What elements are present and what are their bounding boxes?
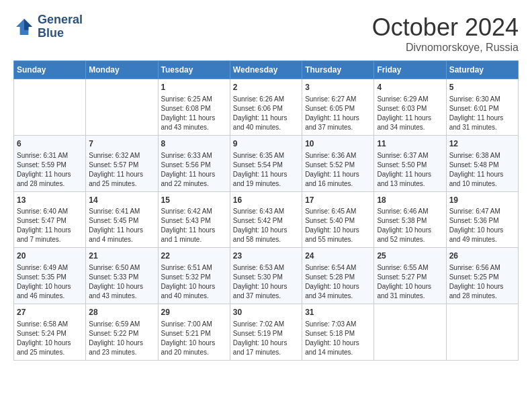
day-info: Sunrise: 7:03 AMSunset: 5:18 PMDaylight:… [305, 320, 371, 357]
day-cell: 26Sunrise: 6:56 AMSunset: 5:25 PMDayligh… [446, 248, 518, 304]
day-cell: 23Sunrise: 6:53 AMSunset: 5:30 PMDayligh… [230, 248, 302, 304]
day-info: Sunrise: 6:33 AMSunset: 5:56 PMDaylight:… [161, 151, 227, 189]
day-number: 18 [377, 195, 443, 206]
day-info: Sunrise: 6:56 AMSunset: 5:25 PMDaylight:… [449, 263, 515, 301]
day-cell: 5Sunrise: 6:30 AMSunset: 6:01 PMDaylight… [446, 79, 518, 136]
day-number: 5 [449, 82, 515, 93]
day-cell: 30Sunrise: 7:02 AMSunset: 5:19 PMDayligh… [230, 304, 302, 361]
day-cell: 9Sunrise: 6:35 AMSunset: 5:54 PMDaylight… [230, 135, 302, 191]
day-cell: 3Sunrise: 6:27 AMSunset: 6:05 PMDaylight… [302, 79, 374, 136]
day-info: Sunrise: 6:37 AMSunset: 5:50 PMDaylight:… [377, 151, 443, 189]
week-row-1: 1Sunrise: 6:25 AMSunset: 6:08 PMDaylight… [14, 79, 519, 136]
day-number: 10 [305, 138, 371, 150]
day-cell: 25Sunrise: 6:55 AMSunset: 5:27 PMDayligh… [374, 248, 446, 304]
weekday-header-saturday: Saturday [446, 61, 518, 79]
day-cell: 1Sunrise: 6:25 AMSunset: 6:08 PMDaylight… [158, 79, 230, 136]
day-number: 23 [233, 250, 299, 262]
day-info: Sunrise: 6:35 AMSunset: 5:54 PMDaylight:… [233, 151, 299, 189]
day-number: 25 [377, 250, 443, 262]
day-info: Sunrise: 6:27 AMSunset: 6:05 PMDaylight:… [305, 95, 371, 132]
weekday-header-monday: Monday [86, 61, 158, 79]
day-number: 9 [233, 138, 299, 150]
day-number: 1 [161, 82, 227, 93]
day-cell: 28Sunrise: 6:59 AMSunset: 5:22 PMDayligh… [86, 304, 158, 361]
week-row-3: 13Sunrise: 6:40 AMSunset: 5:47 PMDayligh… [14, 191, 519, 248]
day-cell: 4Sunrise: 6:29 AMSunset: 6:03 PMDaylight… [374, 79, 446, 136]
day-cell: 13Sunrise: 6:40 AMSunset: 5:47 PMDayligh… [14, 191, 86, 248]
day-cell: 7Sunrise: 6:32 AMSunset: 5:57 PMDaylight… [86, 135, 158, 191]
day-info: Sunrise: 6:49 AMSunset: 5:35 PMDaylight:… [17, 263, 83, 301]
day-cell: 14Sunrise: 6:41 AMSunset: 5:45 PMDayligh… [86, 191, 158, 248]
day-cell: 27Sunrise: 6:58 AMSunset: 5:24 PMDayligh… [14, 304, 86, 361]
day-info: Sunrise: 6:26 AMSunset: 6:06 PMDaylight:… [233, 95, 299, 132]
weekday-header-sunday: Sunday [14, 61, 86, 79]
logo: General Blue [13, 13, 83, 40]
calendar-table: SundayMondayTuesdayWednesdayThursdayFrid… [13, 60, 519, 361]
day-info: Sunrise: 7:00 AMSunset: 5:21 PMDaylight:… [161, 320, 227, 357]
day-cell: 20Sunrise: 6:49 AMSunset: 5:35 PMDayligh… [14, 248, 86, 304]
logo-text: General Blue [38, 13, 83, 40]
day-number: 22 [161, 250, 227, 262]
day-info: Sunrise: 6:38 AMSunset: 5:48 PMDaylight:… [449, 151, 515, 189]
day-number: 24 [305, 250, 371, 262]
day-number: 17 [305, 195, 371, 206]
weekday-header-friday: Friday [374, 61, 446, 79]
day-cell: 8Sunrise: 6:33 AMSunset: 5:56 PMDaylight… [158, 135, 230, 191]
day-info: Sunrise: 6:47 AMSunset: 5:36 PMDaylight:… [449, 207, 515, 244]
day-cell: 17Sunrise: 6:45 AMSunset: 5:40 PMDayligh… [302, 191, 374, 248]
location: Divnomorskoye, Russia [372, 42, 519, 54]
day-cell: 16Sunrise: 6:43 AMSunset: 5:42 PMDayligh… [230, 191, 302, 248]
day-cell: 19Sunrise: 6:47 AMSunset: 5:36 PMDayligh… [446, 191, 518, 248]
day-number: 4 [377, 82, 443, 93]
day-info: Sunrise: 7:02 AMSunset: 5:19 PMDaylight:… [233, 320, 299, 357]
day-info: Sunrise: 6:42 AMSunset: 5:43 PMDaylight:… [161, 207, 227, 244]
day-number: 16 [233, 195, 299, 206]
day-info: Sunrise: 6:25 AMSunset: 6:08 PMDaylight:… [161, 95, 227, 132]
day-number: 8 [161, 138, 227, 150]
day-number: 14 [89, 195, 154, 206]
day-info: Sunrise: 6:30 AMSunset: 6:01 PMDaylight:… [449, 95, 515, 132]
logo-line1: General [38, 13, 83, 27]
day-info: Sunrise: 6:29 AMSunset: 6:03 PMDaylight:… [377, 95, 443, 132]
day-number: 26 [449, 250, 515, 262]
day-cell: 18Sunrise: 6:46 AMSunset: 5:38 PMDayligh… [374, 191, 446, 248]
day-number: 12 [449, 138, 515, 150]
day-info: Sunrise: 6:43 AMSunset: 5:42 PMDaylight:… [233, 207, 299, 244]
day-number: 21 [89, 250, 154, 262]
day-cell: 31Sunrise: 7:03 AMSunset: 5:18 PMDayligh… [302, 304, 374, 361]
weekday-header-row: SundayMondayTuesdayWednesdayThursdayFrid… [14, 61, 519, 79]
page-header: General Blue October 2024 Divnomorskoye,… [13, 13, 519, 54]
logo-icon [13, 16, 35, 38]
day-cell: 29Sunrise: 7:00 AMSunset: 5:21 PMDayligh… [158, 304, 230, 361]
day-number: 6 [17, 138, 83, 150]
month-title: October 2024 [372, 13, 519, 42]
day-number: 28 [89, 307, 154, 318]
day-info: Sunrise: 6:59 AMSunset: 5:22 PMDaylight:… [89, 320, 154, 357]
day-info: Sunrise: 6:40 AMSunset: 5:47 PMDaylight:… [17, 207, 83, 244]
day-info: Sunrise: 6:45 AMSunset: 5:40 PMDaylight:… [305, 207, 371, 244]
day-number: 3 [305, 82, 371, 93]
logo-line2: Blue [38, 27, 83, 40]
day-cell: 6Sunrise: 6:31 AMSunset: 5:59 PMDaylight… [14, 135, 86, 191]
weekday-header-wednesday: Wednesday [230, 61, 302, 79]
day-info: Sunrise: 6:53 AMSunset: 5:30 PMDaylight:… [233, 263, 299, 301]
week-row-5: 27Sunrise: 6:58 AMSunset: 5:24 PMDayligh… [14, 304, 519, 361]
day-cell [86, 79, 158, 136]
weekday-header-tuesday: Tuesday [158, 61, 230, 79]
day-number: 2 [233, 82, 299, 93]
day-info: Sunrise: 6:51 AMSunset: 5:32 PMDaylight:… [161, 263, 227, 301]
day-cell: 2Sunrise: 6:26 AMSunset: 6:06 PMDaylight… [230, 79, 302, 136]
day-cell [374, 304, 446, 361]
day-info: Sunrise: 6:31 AMSunset: 5:59 PMDaylight:… [17, 151, 83, 189]
day-number: 29 [161, 307, 227, 318]
day-info: Sunrise: 6:58 AMSunset: 5:24 PMDaylight:… [17, 320, 83, 357]
day-number: 7 [89, 138, 154, 150]
week-row-2: 6Sunrise: 6:31 AMSunset: 5:59 PMDaylight… [14, 135, 519, 191]
weekday-header-thursday: Thursday [302, 61, 374, 79]
title-block: October 2024 Divnomorskoye, Russia [372, 13, 519, 54]
day-number: 30 [233, 307, 299, 318]
day-cell: 11Sunrise: 6:37 AMSunset: 5:50 PMDayligh… [374, 135, 446, 191]
day-cell: 24Sunrise: 6:54 AMSunset: 5:28 PMDayligh… [302, 248, 374, 304]
day-cell: 12Sunrise: 6:38 AMSunset: 5:48 PMDayligh… [446, 135, 518, 191]
day-info: Sunrise: 6:36 AMSunset: 5:52 PMDaylight:… [305, 151, 371, 189]
